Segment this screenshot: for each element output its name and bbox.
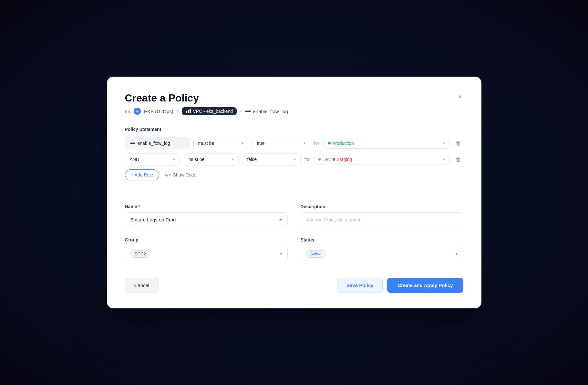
policy-statement-label: Policy Statement xyxy=(125,127,463,132)
connector-chevron: ▾ xyxy=(173,157,175,162)
rule2-for-label: for xyxy=(304,157,310,162)
resource-dash-icon-1 xyxy=(130,143,135,144)
subtitle-for-label: for xyxy=(125,109,131,114)
show-code-button[interactable]: </> Show Code xyxy=(164,172,196,177)
status-tags: Active xyxy=(306,250,326,258)
dot2: • xyxy=(240,108,242,115)
rule1-value-chevron: ▾ xyxy=(304,141,305,145)
status-chevron: ▾ xyxy=(456,251,458,256)
group-label-text: Group xyxy=(125,237,139,242)
staging-label: Staging xyxy=(337,157,352,162)
status-select[interactable]: Active ▾ xyxy=(301,246,463,262)
rule-row-1: enable_flow_log must be ▾ true ▾ for Pro… xyxy=(125,137,463,149)
modal-title: Create a Policy xyxy=(125,92,288,104)
vpc-bars xyxy=(186,109,191,113)
rule2-value-text: false xyxy=(247,157,257,162)
rule2-condition-chevron: ▾ xyxy=(232,157,234,162)
dev-label: Dev xyxy=(323,157,331,162)
rule2-condition-value: must be xyxy=(189,157,205,162)
description-label: Description xyxy=(301,204,463,209)
close-button[interactable]: × xyxy=(457,92,463,102)
vpc-chip: VPC • eks_backend xyxy=(182,107,237,115)
add-rule-button[interactable]: + Add Rule xyxy=(125,169,160,180)
group-select[interactable]: SOC2 ▾ xyxy=(125,246,288,262)
vpc-bar3 xyxy=(190,109,191,113)
resource-label: enable_flow_log xyxy=(253,109,288,114)
rule1-value-select[interactable]: true ▾ xyxy=(252,137,310,149)
vpc-icon xyxy=(186,109,191,113)
description-input[interactable] xyxy=(301,212,463,227)
rule1-condition-select[interactable]: must be ▾ xyxy=(193,137,248,149)
modal-subtitle: for ⚙ EKS (GitOps) • VPC • eks_backend xyxy=(125,107,288,115)
code-icon: </> xyxy=(164,172,171,177)
dev-dot-icon xyxy=(318,158,321,161)
connector-select[interactable]: AND ▾ xyxy=(125,153,180,166)
resource-dash-icon xyxy=(245,111,251,112)
vpc-bar2 xyxy=(188,110,189,113)
modal-footer: Cancel Save Policy Create and Apply Poli… xyxy=(125,278,463,293)
name-field-group: Name * ✦ xyxy=(125,204,288,227)
group-tags: SOC2 xyxy=(130,250,150,258)
rule1-condition-value: must be xyxy=(198,141,214,146)
rule2-value-chevron: ▾ xyxy=(294,157,296,162)
dot1: • xyxy=(177,108,179,115)
group-chevron: ▾ xyxy=(280,251,282,256)
status-label-text: Status xyxy=(301,237,315,242)
modal-header: Create a Policy for ⚙ EKS (GitOps) • xyxy=(125,92,463,115)
status-active-tag: Active xyxy=(306,250,326,258)
rule1-resource: enable_flow_log xyxy=(125,137,190,149)
show-code-label: Show Code xyxy=(173,172,196,177)
eks-icon: ⚙ xyxy=(134,108,141,115)
rule1-delete-button[interactable]: 🗑 xyxy=(454,138,463,149)
status-field-group: Status Active ▾ xyxy=(301,237,463,262)
vpc-bar1 xyxy=(186,111,187,113)
vpc-label: VPC • eks_backend xyxy=(193,109,233,114)
name-label-text: Name xyxy=(125,204,137,209)
connector-value: AND xyxy=(130,157,139,162)
rule1-resource-text: enable_flow_log xyxy=(138,141,170,146)
rule2-env-tag-dev: Dev xyxy=(318,157,331,162)
rule1-env-select[interactable]: Production ▾ xyxy=(323,138,450,149)
rule2-env-tag-staging: Staging xyxy=(333,157,352,162)
group-soc2-tag: SOC2 xyxy=(130,250,150,258)
rule2-env-chevron: ▾ xyxy=(443,157,445,162)
modal-title-block: Create a Policy for ⚙ EKS (GitOps) • xyxy=(125,92,288,115)
group-label: Group xyxy=(125,237,288,242)
status-label: Status xyxy=(301,237,463,242)
section-divider xyxy=(125,192,463,192)
eks-label: EKS (GitOps) xyxy=(144,109,173,114)
name-label: Name * xyxy=(125,204,288,209)
rule1-value-text: true xyxy=(257,141,265,146)
rule-actions: + Add Rule </> Show Code xyxy=(125,169,463,180)
rule2-delete-button[interactable]: 🗑 xyxy=(454,154,463,165)
prod-label: Production xyxy=(332,141,354,146)
save-policy-button[interactable]: Save Policy xyxy=(337,278,383,293)
description-label-text: Description xyxy=(301,204,325,209)
name-input-wrapper: ✦ xyxy=(125,212,288,227)
rule2-condition-select[interactable]: must be ▾ xyxy=(184,153,239,166)
rule2-value-select[interactable]: false ▾ xyxy=(242,153,301,166)
resource-label-block: enable_flow_log xyxy=(245,109,288,114)
description-field-group: Description xyxy=(301,204,463,227)
create-apply-policy-button[interactable]: Create and Apply Policy xyxy=(387,278,463,293)
cancel-button[interactable]: Cancel xyxy=(125,278,159,293)
policy-form: Name * ✦ Description Group xyxy=(125,204,463,262)
rule2-env-select[interactable]: Dev Staging ▾ xyxy=(314,154,450,165)
group-field-group: Group SOC2 ▾ xyxy=(125,237,288,262)
staging-dot-icon xyxy=(333,158,335,161)
policy-statement-section: Policy Statement enable_flow_log must be… xyxy=(125,127,463,180)
rule1-env-tag-prod: Production xyxy=(328,141,354,146)
prod-dot-icon xyxy=(328,142,331,144)
footer-right-buttons: Save Policy Create and Apply Policy xyxy=(337,278,463,293)
modal-overlay: Create a Policy for ⚙ EKS (GitOps) • xyxy=(0,0,588,385)
rule1-condition-chevron: ▾ xyxy=(242,141,243,145)
name-input[interactable] xyxy=(125,212,288,227)
rule-row-2: AND ▾ must be ▾ false ▾ for Dev xyxy=(125,153,463,166)
create-policy-modal: Create a Policy for ⚙ EKS (GitOps) • xyxy=(107,77,481,308)
required-star: * xyxy=(139,204,140,209)
rule1-for-label: for xyxy=(314,141,319,146)
rule1-env-chevron: ▾ xyxy=(443,141,445,145)
